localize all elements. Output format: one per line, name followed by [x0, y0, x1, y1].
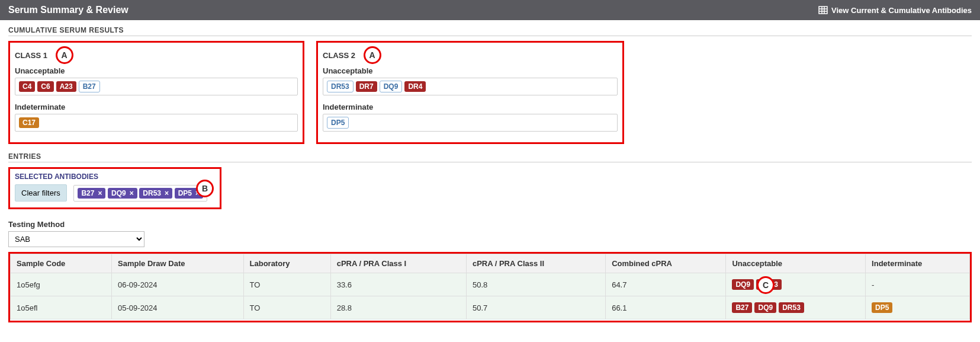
filter-chip-b27[interactable]: B27 × [78, 188, 105, 199]
cell-combined-cpra: 64.7 [606, 273, 726, 296]
antibody-pill-dr53[interactable]: DR53 [327, 81, 354, 92]
class2-unacceptable-box: DR53DR7DQ9DR4 [323, 78, 618, 95]
cell-sample-code: 1o5efg [11, 273, 112, 296]
antibody-pill-a23[interactable]: A23 [56, 81, 76, 92]
antibody-pill-b27[interactable]: B27 [79, 81, 100, 92]
clear-filters-button[interactable]: Clear filters [15, 184, 67, 202]
cell-indeterminate: DP5 [866, 296, 970, 319]
cell-cpra-class1: 28.8 [330, 296, 466, 319]
col-cpra-pra-class-ii[interactable]: cPRA / PRA Class II [466, 254, 605, 273]
col-combined-cpra[interactable]: Combined cPRA [606, 254, 726, 273]
cell-combined-cpra: 66.1 [606, 296, 726, 319]
selected-antibodies-heading: SELECTED ANTIBODIES [15, 172, 215, 181]
class1-label: CLASS 1 [15, 51, 47, 60]
entries-heading: ENTRIES [8, 152, 972, 162]
col-sample-draw-date[interactable]: Sample Draw Date [112, 254, 243, 273]
cell-draw-date: 06-09-2024 [112, 273, 243, 296]
cell-cpra-class2: 50.8 [466, 273, 605, 296]
cell-draw-date: 05-09-2024 [112, 296, 243, 319]
cell-unacceptable: B27DQ9DR53 [726, 296, 866, 319]
class2-label: CLASS 2 [323, 51, 355, 60]
antibody-pill-c17[interactable]: C17 [19, 117, 39, 128]
selected-antibodies-chips: B27 × DQ9 × DR53 × DP5 × [73, 185, 207, 202]
col-sample-code[interactable]: Sample Code [11, 254, 112, 273]
antibody-pill-dr4[interactable]: DR4 [404, 81, 426, 92]
filter-chip-dr53[interactable]: DR53 × [139, 188, 172, 199]
cell-indeterminate: - [866, 273, 970, 296]
cell-laboratory: TO [243, 273, 330, 296]
page-header: Serum Summary & Review View Current & Cu… [0, 0, 980, 20]
antibody-pill-b27: B27 [732, 302, 752, 313]
selected-antibodies-panel: SELECTED ANTIBODIES Clear filters B27 × … [8, 167, 221, 209]
page-title: Serum Summary & Review [8, 5, 128, 15]
class2-indeterminate-box: DP5 [323, 114, 618, 132]
class2-indeterminate-label: Indeterminate [323, 103, 618, 111]
cell-sample-code: 1o5efl [11, 296, 112, 319]
samples-table-frame: C Sample CodeSample Draw DateLaboratoryc… [8, 252, 972, 322]
class1-unacceptable-box: C4C6A23B27 [15, 78, 298, 95]
antibody-pill-dq9: DQ9 [732, 279, 754, 290]
samples-table: Sample CodeSample Draw DateLaboratorycPR… [10, 254, 970, 319]
cell-cpra-class2: 50.7 [466, 296, 605, 319]
col-unacceptable[interactable]: Unacceptable [726, 254, 866, 273]
view-antibodies-link[interactable]: View Current & Cumulative Antibodies [818, 5, 972, 15]
cell-cpra-class1: 33.6 [330, 273, 466, 296]
class2-panel: CLASS 2 A Unacceptable DR53DR7DQ9DR4 Ind… [316, 41, 624, 144]
antibody-pill-dq9: DQ9 [754, 302, 776, 313]
view-antibodies-label: View Current & Cumulative Antibodies [831, 6, 972, 15]
antibody-pill-dr7[interactable]: DR7 [356, 81, 377, 92]
testing-method-label: Testing Method [8, 220, 972, 229]
antibody-pill-dp5[interactable]: DP5 [327, 117, 349, 129]
callout-b: B [196, 180, 214, 197]
table-row[interactable]: 1o5efg06-09-2024TO33.650.864.7DQ9DR53- [11, 273, 970, 296]
callout-a1: A [56, 46, 73, 64]
antibody-pill-dr53: DR53 [779, 302, 804, 313]
col-indeterminate[interactable]: Indeterminate [866, 254, 970, 273]
antibody-pill-dq9[interactable]: DQ9 [380, 81, 403, 92]
cell-laboratory: TO [243, 296, 330, 319]
callout-c: C [757, 276, 775, 294]
testing-method-select[interactable]: SAB [8, 231, 144, 247]
table-icon [818, 5, 828, 15]
class1-panel: CLASS 1 A Unacceptable C4C6A23B27 Indete… [8, 41, 304, 144]
class1-indeterminate-box: C17 [15, 114, 298, 132]
cell-unacceptable: DQ9DR53 [726, 273, 866, 296]
svg-rect-0 [819, 7, 827, 14]
antibody-pill-dp5: DP5 [872, 302, 892, 313]
remove-chip-icon[interactable]: × [165, 189, 169, 197]
filter-chip-dq9[interactable]: DQ9 × [108, 188, 137, 199]
antibody-pill-c6[interactable]: C6 [37, 81, 53, 92]
class1-indeterminate-label: Indeterminate [15, 103, 298, 111]
class2-unacceptable-label: Unacceptable [323, 66, 618, 75]
remove-chip-icon[interactable]: × [130, 189, 134, 197]
class1-unacceptable-label: Unacceptable [15, 66, 298, 75]
callout-a2: A [364, 46, 381, 64]
col-laboratory[interactable]: Laboratory [243, 254, 330, 273]
remove-chip-icon[interactable]: × [98, 189, 102, 197]
table-row[interactable]: 1o5efl05-09-2024TO28.850.766.1B27DQ9DR53… [11, 296, 970, 319]
col-cpra-pra-class-i[interactable]: cPRA / PRA Class I [330, 254, 466, 273]
cumulative-heading: CUMULATIVE SERUM RESULTS [8, 26, 972, 36]
antibody-pill-c4[interactable]: C4 [19, 81, 35, 92]
